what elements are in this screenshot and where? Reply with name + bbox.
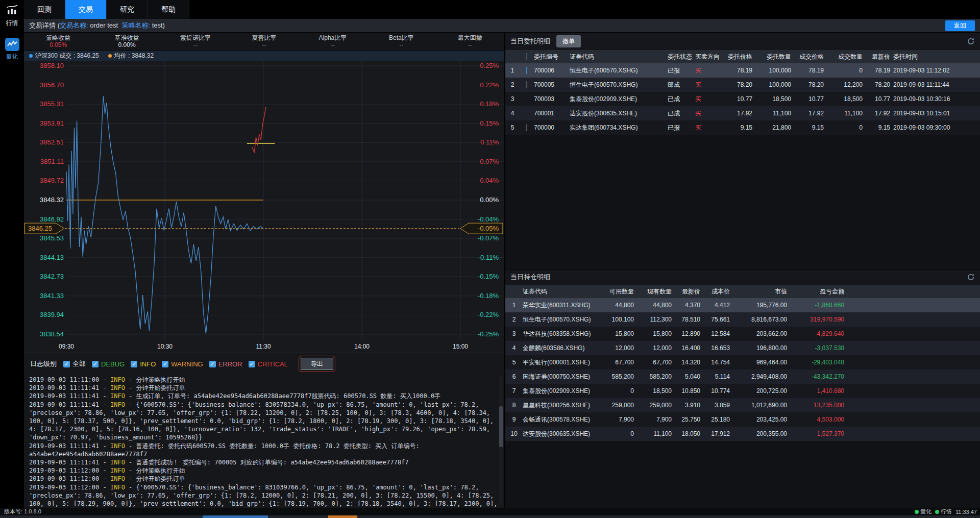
order-row[interactable]: 1700006恒生电子(600570.XSHG)已报买78.19100,0007… [505,63,980,78]
tab-研究[interactable]: 研究 [107,0,148,19]
cancel-order-button[interactable]: 撤单 [556,35,581,47]
positions-panel-titlebar: 当日持仓明细 [505,269,980,285]
log-scrollbar-thumb[interactable] [499,406,503,447]
checkbox-icon[interactable]: ✓ [92,361,99,367]
log-line: 100, 0], 5: [78.37, 500, 0]}, 'prev_sett… [29,417,504,425]
checkbox-icon[interactable] [526,67,527,74]
checkbox-icon[interactable] [526,53,527,60]
profit-loss: -43,342.270 [790,373,847,380]
log-output[interactable]: 2019-09-03 11:11:00 - INFO - 分钟策略执行开始201… [24,376,504,508]
position-row[interactable]: 1荣华实业(600311.XSHG)44,80044,8004.3704.412… [505,298,980,312]
checkbox-icon[interactable]: ✓ [131,361,137,367]
tab-帮助[interactable]: 帮助 [148,0,189,19]
order-row[interactable]: 4700001达安股份(300635.XSHE)已成买17.9211,10017… [505,106,980,120]
col-委托价格: 委托价格 [723,53,755,61]
log-line: 'down_px': 70.97, 'business_amount': 105… [29,433,504,441]
position-row[interactable]: 10达安股份(300635.XSHE)011,10018.05017.91220… [505,427,980,441]
checkbox-icon[interactable]: ✓ [209,361,216,367]
svg-text:3845.53: 3845.53 [40,234,64,242]
market-value: 200,355.00 [733,430,790,437]
sidebar-item-market[interactable]: 行情 [0,0,24,28]
order-row[interactable]: 2700005恒生电子(600570.XSHG)部成买78.20100,0007… [505,78,980,92]
stat-基准收益: 基准收益0.00% [92,33,161,50]
last-price: 14.320 [675,359,703,366]
last-price: 12.890 [675,330,703,337]
sidebar-item-quant[interactable]: 量化 [0,35,24,61]
svg-text:3842.73: 3842.73 [40,273,64,280]
svg-text:3851.11: 3851.11 [40,158,64,165]
col-最新价: 最新价 [866,53,893,61]
back-button[interactable]: 返回 [945,20,975,31]
position-row[interactable]: 9会畅通讯(300578.XSHE)7,9007,90025.75025.180… [505,412,980,427]
last-price: 78.20 [866,81,893,88]
position-row[interactable]: 4金麒麟(603586.XSHG)12,00012,00016.40016.65… [505,341,980,355]
top-tabs: 回测交易研究帮助 [24,0,189,19]
position-row[interactable]: 8星星科技(300256.XSHE)259,000259,0003.9103.8… [505,398,980,412]
svg-text:-0.22%: -0.22% [478,311,499,318]
tab-交易[interactable]: 交易 [65,0,107,19]
order-side: 买 [695,109,723,118]
export-button[interactable]: 导出 [301,358,333,370]
chart-x-axis: 09:3010:3011:3014:0015:00 [24,341,504,353]
refresh-icon[interactable] [967,273,975,281]
row-number: 7 [505,387,523,394]
checkbox-icon[interactable] [526,81,527,88]
clock-text: 11:33:47 [955,509,977,515]
checkbox-icon[interactable]: ✓ [249,361,255,367]
orders-table-header: 委托编号证券代码委托状态买卖方向委托价格委托数量成交价格成交数量最新价委托时间 [505,50,980,63]
last-price: 5.040 [675,373,703,380]
version-text: 版本号: 1.0.8.0 [4,508,41,515]
position-row[interactable]: 7集泰股份(002909.XSHE)018,50010.85010.774200… [505,384,980,398]
holding-qty: 7,900 [637,416,675,423]
log-filter-label: INFO [140,360,156,368]
market-value: 203,425.00 [733,416,790,423]
cost-price: 3.859 [703,402,733,409]
indicator-label: 行情 [941,508,952,515]
position-row[interactable]: 5平安银行(000001.XSHE)67,70067,70014.32014.7… [505,355,980,369]
last-price: 10.850 [675,387,703,394]
order-row[interactable]: 3700003集泰股份(002909.XSHE)已成买10.7718,50010… [505,92,980,106]
order-time: 2019-09-03 11:11:44 [893,81,975,88]
stat-label: Alpha比率 [319,34,347,41]
market-value: 969,464.00 [733,359,790,366]
orders-panel-title: 当日委托明细 [510,37,550,46]
checkbox-icon[interactable]: ✓ [162,361,168,367]
market-value: 203,662.00 [733,330,790,337]
log-level-tag: INFO [110,467,125,474]
refresh-icon[interactable] [967,37,975,45]
position-row[interactable]: 6国海证券(000750.XSHE)585,200585,2005.0405.1… [505,369,980,384]
last-price: 16.400 [675,344,703,352]
available-qty: 7,900 [599,416,637,423]
available-qty: 259,000 [599,402,637,409]
legend-item: 沪深300 成交 : 3846.25 [29,52,99,60]
svg-text:0.11%: 0.11% [480,138,499,146]
tab-回测[interactable]: 回测 [24,0,65,19]
order-row[interactable]: 5700000实达集团(600734.XSHG)已报买9.1521,8009.1… [505,120,980,135]
log-filter-CRITICAL: ✓CRITICAL [249,360,288,368]
right-panel: 当日委托明细 撤单 委托编号证券代码委托状态买卖方向委托价格委托数量成交价格成交… [504,33,980,508]
log-scrollbar[interactable] [499,376,503,506]
svg-text:0.22%: 0.22% [480,81,499,89]
checkbox-icon[interactable] [526,124,527,131]
order-price: 17.92 [723,110,755,117]
col-市值: 市值 [733,287,790,296]
cost-price: 12.584 [703,330,733,337]
available-qty: 0 [599,387,637,394]
checkbox-icon[interactable]: ✓ [63,361,70,367]
position-row[interactable]: 2恒生电子(600570.XSHG)100,100112,30078.51075… [505,312,980,327]
order-price: 78.19 [723,67,755,74]
svg-text:3846.92: 3846.92 [40,215,64,223]
row-number: 6 [505,373,523,380]
log-level-tag: INFO [110,376,125,383]
col-可用数量: 可用数量 [599,287,637,296]
log-filter-label: DEBUG [101,360,125,368]
trading-app-window: 回测交易研究帮助 行情 量化 交易详 [0,0,980,518]
x-tick-label: 11:30 [256,343,271,350]
order-id: 700000 [534,124,570,131]
x-tick-label: 09:30 [59,343,74,350]
col-成交数量: 成交数量 [827,53,866,61]
cost-price: 16.653 [703,344,733,352]
position-row[interactable]: 3华达科技(603358.XSHG)15,80015,80012.89012.5… [505,327,980,341]
select-all-checkbox[interactable] [520,53,534,60]
order-status: 已成 [668,95,695,104]
